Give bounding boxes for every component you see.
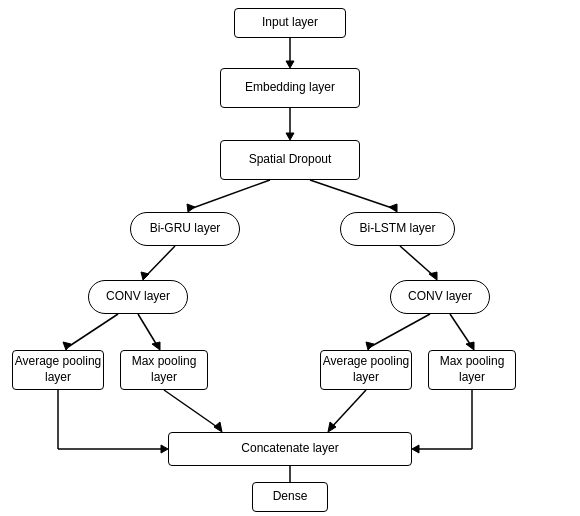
max-pool-layer-1-node: Max pooling layer [120,350,208,390]
svg-line-18 [450,314,472,347]
concat-layer-node: Concatenate layer [168,432,412,466]
svg-line-16 [370,314,430,347]
svg-line-25 [330,390,366,429]
svg-marker-7 [389,204,397,212]
bilstm-layer-node: Bi-LSTM layer [340,212,455,246]
svg-marker-13 [63,342,71,350]
avg-pool-layer-2-node: Average pooling layer [320,350,412,390]
svg-marker-1 [286,61,294,68]
svg-marker-26 [328,422,336,432]
conv-layer-2-node: CONV layer [390,280,490,314]
svg-marker-5 [187,204,195,212]
embedding-layer-node: Embedding layer [220,68,360,108]
svg-marker-29 [412,445,419,453]
dense-layer-node: Dense [252,482,328,512]
svg-marker-24 [214,422,222,432]
svg-marker-11 [429,272,437,280]
svg-line-23 [164,390,220,429]
svg-marker-22 [161,445,168,453]
svg-marker-9 [141,272,149,280]
svg-line-12 [68,314,118,347]
svg-marker-3 [286,133,294,140]
input-layer-node: Input layer [234,8,346,38]
svg-marker-19 [466,342,474,350]
neural-network-diagram: Input layer Embedding layer Spatial Drop… [0,0,580,516]
spatial-dropout-node: Spatial Dropout [220,140,360,180]
svg-line-8 [145,246,175,277]
avg-pool-layer-1-node: Average pooling layer [12,350,104,390]
svg-line-14 [138,314,158,347]
conv-layer-1-node: CONV layer [88,280,188,314]
svg-line-6 [310,180,395,209]
svg-line-10 [400,246,435,277]
svg-marker-15 [152,342,160,350]
max-pool-layer-2-node: Max pooling layer [428,350,516,390]
svg-line-4 [190,180,270,209]
bigru-layer-node: Bi-GRU layer [130,212,240,246]
svg-marker-17 [366,342,374,350]
